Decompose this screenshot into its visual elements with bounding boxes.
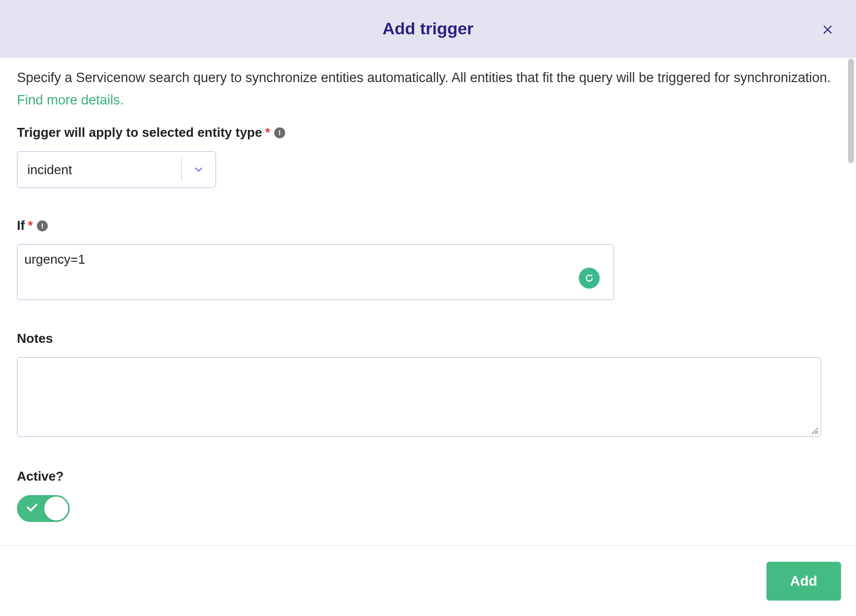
entity-type-label-text: Trigger will apply to selected entity ty… — [17, 125, 262, 140]
required-marker: * — [28, 218, 33, 233]
scrollbar[interactable] — [847, 59, 855, 545]
chevron-down-icon — [193, 164, 205, 176]
scrollbar-thumb[interactable] — [848, 59, 854, 163]
add-button[interactable]: Add — [766, 562, 841, 601]
modal-body: Specify a Servicenow search query to syn… — [0, 58, 856, 545]
notes-input-container — [17, 357, 821, 437]
if-input-container — [17, 244, 614, 300]
notes-label: Notes — [17, 331, 839, 346]
close-icon — [821, 22, 834, 35]
resize-icon — [810, 425, 819, 434]
modal-title: Add trigger — [382, 19, 473, 38]
add-trigger-modal: Add trigger Specify a Servicenow search … — [0, 0, 856, 616]
description-text: Specify a Servicenow search query to syn… — [17, 67, 839, 111]
find-more-details-link[interactable]: Find more details. — [17, 93, 124, 107]
if-input[interactable] — [17, 245, 614, 300]
description-text-main: Specify a Servicenow search query to syn… — [17, 70, 831, 85]
entity-type-label: Trigger will apply to selected entity ty… — [17, 125, 839, 140]
entity-type-select[interactable]: incident — [17, 151, 216, 188]
toggle-knob — [44, 497, 68, 520]
resize-handle[interactable] — [810, 425, 819, 434]
notes-input[interactable] — [17, 358, 821, 436]
grammarly-badge[interactable] — [579, 268, 600, 289]
check-icon — [25, 501, 39, 514]
grammarly-icon — [583, 272, 595, 284]
modal-header: Add trigger — [0, 0, 856, 58]
help-icon[interactable]: ! — [274, 127, 285, 138]
required-marker: * — [265, 125, 270, 140]
close-button[interactable] — [821, 22, 834, 35]
modal-footer: Add — [0, 545, 856, 616]
select-caret — [182, 152, 215, 188]
entity-type-value: incident — [17, 152, 181, 188]
notes-label-text: Notes — [17, 331, 53, 346]
active-label: Active? — [17, 469, 839, 484]
active-toggle[interactable] — [17, 495, 70, 522]
help-icon[interactable]: ! — [37, 220, 48, 231]
if-label-text: If — [17, 218, 25, 233]
if-label: If* ! — [17, 218, 839, 233]
toggle-check — [25, 501, 39, 516]
active-label-text: Active? — [17, 469, 64, 484]
